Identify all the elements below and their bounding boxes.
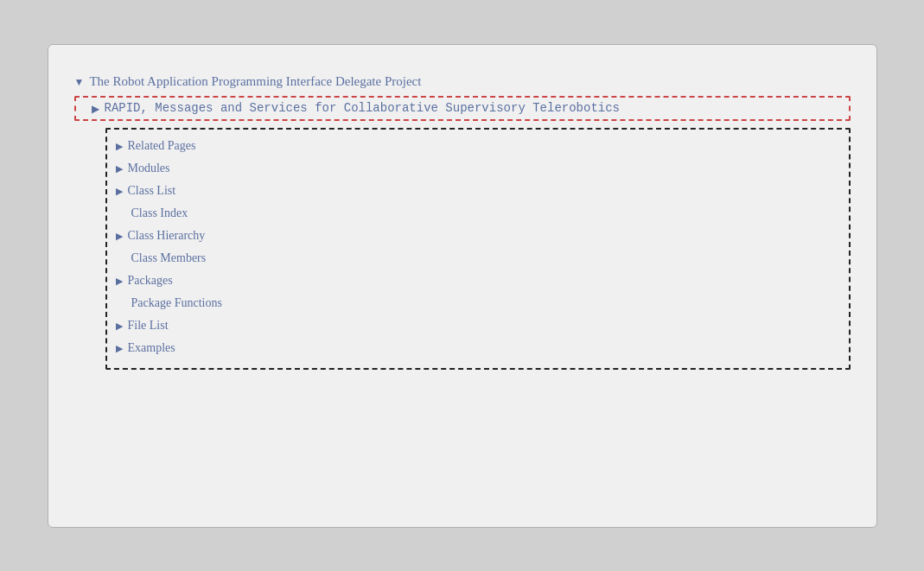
rapid-triangle: ▶ [92,103,99,116]
label-class-members: Class Members [131,251,207,265]
sub-tree: ▶Related Pages▶Modules▶Class ListClass I… [105,128,851,370]
sub-item-packages[interactable]: ▶Packages [116,270,840,292]
sub-item-file-list[interactable]: ▶File List [116,314,840,337]
sub-item-class-index[interactable]: Class Index [116,202,840,225]
main-container: ▼ The Robot Application Programming Inte… [48,44,877,528]
label-package-functions: Package Functions [131,296,222,310]
label-class-index: Class Index [131,206,188,220]
sub-item-class-list[interactable]: ▶Class List [116,180,840,202]
root-item[interactable]: ▼ The Robot Application Programming Inte… [74,71,851,92]
sub-item-related-pages[interactable]: ▶Related Pages [116,135,840,157]
arrow-icon-examples: ▶ [116,343,123,354]
arrow-icon-modules: ▶ [116,163,123,174]
label-packages: Packages [128,274,173,288]
arrow-icon-file-list: ▶ [116,320,123,332]
label-examples: Examples [128,341,175,355]
label-class-hierarchy: Class Hierarchy [128,229,206,243]
sub-item-package-functions[interactable]: Package Functions [116,292,840,314]
rapid-item[interactable]: ▶ RAPID, Messages and Services for Colla… [74,96,851,121]
arrow-icon-packages: ▶ [116,276,123,287]
rapid-label: RAPID, Messages and Services for Collabo… [105,101,621,115]
label-class-list: Class List [128,184,176,198]
sub-item-class-hierarchy[interactable]: ▶Class Hierarchy [116,225,840,247]
label-related-pages: Related Pages [128,139,196,153]
arrow-icon-related-pages: ▶ [116,141,123,152]
sub-item-examples[interactable]: ▶Examples [116,337,840,359]
root-label: The Robot Application Programming Interf… [89,74,421,89]
tree-root: ▼ The Robot Application Programming Inte… [74,71,851,370]
label-modules: Modules [128,162,170,175]
sub-item-class-members[interactable]: Class Members [116,247,840,270]
root-triangle: ▼ [74,76,85,89]
label-file-list: File List [128,319,169,333]
arrow-icon-class-list: ▶ [116,186,123,197]
arrow-icon-class-hierarchy: ▶ [116,231,123,242]
sub-item-modules[interactable]: ▶Modules [116,157,840,180]
